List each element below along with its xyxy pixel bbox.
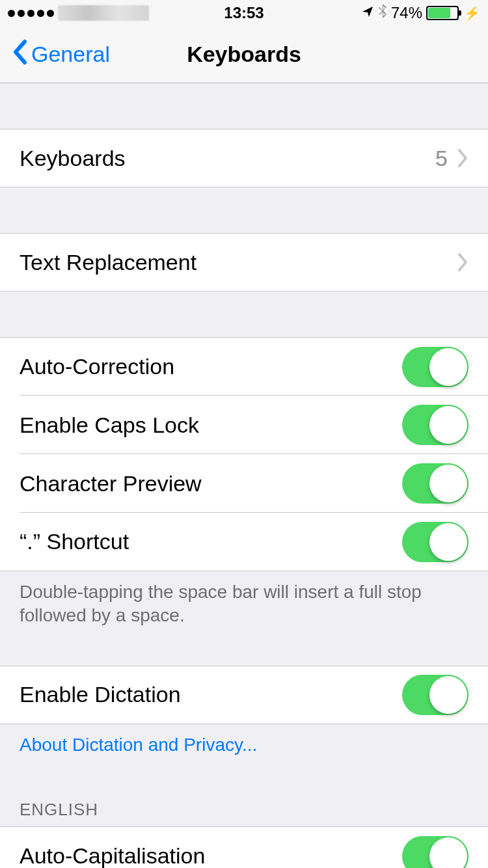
chevron-right-icon <box>457 252 468 272</box>
footer-period-shortcut: Double-tapping the space bar will insert… <box>0 571 488 637</box>
back-label: General <box>31 42 110 67</box>
link-dictation-privacy[interactable]: About Dictation and Privacy... <box>0 724 488 766</box>
cell-signal-dots-icon <box>8 10 54 17</box>
row-label: Enable Caps Lock <box>20 413 402 438</box>
row-value: 5 <box>435 146 448 171</box>
chevron-left-icon <box>12 39 27 70</box>
section-header-english: ENGLISH <box>0 800 488 826</box>
charging-icon: ⚡ <box>464 5 480 21</box>
toggle-auto-capitalisation[interactable] <box>402 836 468 868</box>
carrier-label <box>58 5 149 21</box>
battery-icon <box>426 6 459 20</box>
row-label: Character Preview <box>20 471 402 496</box>
row-auto-correction: Auto-Correction <box>0 337 488 396</box>
toggle-dictation[interactable] <box>402 675 468 715</box>
row-enable-dictation: Enable Dictation <box>0 666 488 724</box>
back-button[interactable]: General <box>12 39 110 70</box>
row-label: Auto-Correction <box>20 354 402 379</box>
row-auto-capitalisation: Auto-Capitalisation <box>0 826 488 868</box>
row-keyboards[interactable]: Keyboards 5 <box>0 129 488 187</box>
bluetooth-icon <box>378 3 387 23</box>
row-enable-caps-lock: Enable Caps Lock <box>0 396 488 454</box>
toggle-period-shortcut[interactable] <box>402 522 468 562</box>
toggle-auto-correction[interactable] <box>402 347 468 387</box>
chevron-right-icon <box>457 148 468 168</box>
row-character-preview: Character Preview <box>0 454 488 513</box>
status-bar: 13:53 74% ⚡ <box>0 0 488 26</box>
toggle-caps-lock[interactable] <box>402 405 468 445</box>
row-period-shortcut: “.” Shortcut <box>0 513 488 571</box>
row-label: Text Replacement <box>20 250 457 275</box>
row-text-replacement[interactable]: Text Replacement <box>0 233 488 292</box>
battery-percent: 74% <box>391 4 422 22</box>
row-label: Auto-Capitalisation <box>20 843 402 868</box>
row-label: “.” Shortcut <box>20 529 402 554</box>
location-icon <box>361 4 374 22</box>
nav-bar: General Keyboards <box>0 26 488 83</box>
row-label: Keyboards <box>20 146 435 171</box>
row-label: Enable Dictation <box>20 682 402 707</box>
toggle-character-preview[interactable] <box>402 463 468 504</box>
